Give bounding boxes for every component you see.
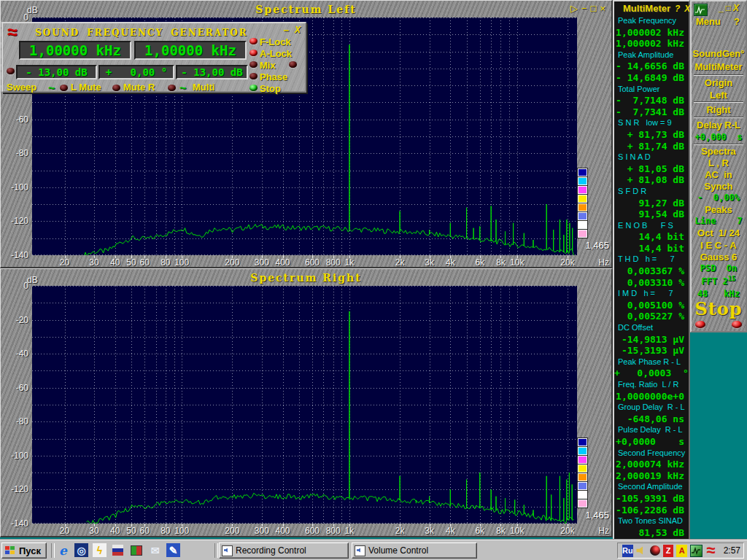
frequency-display-right[interactable]: 1,00000 kHz [134,41,247,60]
amplitude-led[interactable] [7,68,15,74]
close-icon[interactable]: X [733,3,741,13]
phase-led[interactable] [249,73,258,79]
minimize-icon[interactable]: − [581,3,587,14]
control-item-0-00[interactable]: - 0,00% [692,192,746,203]
tools-icon[interactable] [131,545,142,556]
help-icon[interactable]: ? [675,4,680,14]
control-item-l-r[interactable]: L , R [692,158,746,168]
amplitude-display-right[interactable]: - 13,00 dB [176,65,248,79]
stop-led[interactable] [249,85,258,91]
windows-logo-icon [5,546,16,556]
generator-tray-icon[interactable]: ≈ [705,545,716,557]
meter-value: +0,0000 s [614,436,689,448]
minimize-icon[interactable]: − [283,25,289,36]
window-title[interactable]: Spectrum Left [1,4,611,15]
palette-swatch[interactable] [578,491,587,499]
palette-swatch[interactable] [578,186,587,194]
control-item-ac-in[interactable]: AC in [692,169,746,180]
palette-swatch[interactable] [578,447,587,455]
palette-swatch[interactable] [578,438,587,446]
control-item-spectra[interactable]: Spectra [692,146,746,157]
control-item-i-e-c-a[interactable]: I E C - A [692,240,746,251]
control-item-right[interactable]: Right [692,104,746,115]
palette-swatch[interactable] [578,168,587,176]
task-button-volume-control[interactable]: Volume Control [352,542,477,559]
palette-swatch[interactable] [578,203,587,211]
taskbar-clock[interactable]: 2:57 [724,545,740,556]
control-item-left[interactable]: Left [692,90,746,101]
control-item-stop[interactable]: Stop [692,298,746,319]
flock-led[interactable] [249,38,258,44]
zonealarm-z-icon[interactable]: Z [663,545,674,557]
internet-explorer-icon[interactable]: e [56,543,70,557]
x-tick-mark [182,255,182,258]
multimeter-titlebar[interactable]: MultiMeter ? X [614,1,689,15]
phase-display[interactable]: + 0,00 ° [98,65,174,79]
menu-button[interactable]: Menu [696,16,721,27]
mute-led[interactable] [112,85,120,91]
control-item-multimeter[interactable]: MultiMeter [692,61,746,72]
palette-swatch[interactable] [578,464,587,472]
control-item-delay-r-l[interactable]: Delay R-L [692,120,746,131]
control-item-psd-on[interactable]: PSD On [692,263,746,273]
keyboard-layout-indicator[interactable]: Ru [622,545,633,557]
control-item-soundgen[interactable]: SoundGen° [692,48,746,59]
left-mute-led[interactable] [60,85,68,91]
help-icon[interactable]: ? [734,16,740,27]
palette-swatch[interactable] [578,212,587,220]
sine-wave-icon[interactable]: ~ [179,85,186,92]
close-icon[interactable]: X [295,25,301,35]
meter-value: + 81,73 dB [614,129,689,141]
palette-swatch[interactable] [578,195,587,203]
dialog-title[interactable]: SOUND FREQUENCY GENERATOR [32,28,251,38]
floppy-disk-icon[interactable] [112,545,123,556]
mix-led[interactable] [249,61,258,68]
start-button[interactable]: Пуск [1,542,47,559]
control-item-oct-1-24[interactable]: Oct 1/ 24 [692,228,746,238]
right-mute-led[interactable] [168,85,176,91]
task-button-recording-control[interactable]: Recording Control [219,542,349,559]
volume-speaker-icon[interactable] [636,545,647,557]
x-tick-label: 1k [333,526,365,536]
status-led-right[interactable] [732,321,742,328]
palette-swatch[interactable] [578,473,587,481]
amplitude-display-left[interactable]: - 13,00 dB [16,65,97,79]
palette-swatch[interactable] [578,221,587,229]
control-item-48-khz[interactable]: 48 kHz [692,289,746,299]
play-icon[interactable]: ▷ [570,3,578,14]
control-item-line-7[interactable]: Line 7 [692,216,746,226]
control-item-origin[interactable]: Origin [692,77,746,88]
magnifier-icon[interactable]: ◎ [74,543,88,557]
mix-right-led[interactable] [289,61,297,68]
alock-led[interactable] [249,50,258,56]
status-led-left[interactable] [695,321,705,328]
maximize-icon[interactable]: □ [591,3,597,14]
frequency-display-left[interactable]: 1,00000 kHz [19,41,131,60]
y-tick-label: -100 [1,182,28,192]
palette-swatch[interactable] [578,499,587,508]
maximize-icon[interactable]: □ [726,3,733,13]
window-title[interactable]: Spectrum Right [1,272,611,284]
minimize-icon[interactable]: _ [719,3,726,13]
sine-wave-icon[interactable]: ~ [48,85,55,92]
meter-value: - 7,7148 dB [614,95,689,106]
notes-icon[interactable]: ✎ [166,543,180,557]
lightning-icon[interactable]: ϟ [93,543,107,557]
mail-icon[interactable]: ✉ [148,543,162,557]
palette-swatch[interactable] [578,177,587,185]
control-item-gauss-6[interactable]: Gauss 6 [692,252,746,262]
close-icon[interactable]: × [600,3,605,14]
zonealarm-a-icon[interactable]: A [676,545,687,557]
palette-swatch[interactable] [578,230,587,238]
palette-swatch[interactable] [578,456,587,464]
control-item-fft-2[interactable]: FFT 215 [692,275,746,287]
antivirus-icon[interactable] [649,545,660,557]
analyzer-tray-icon[interactable] [690,545,703,557]
x-tick-label: 20 [49,257,81,268]
x-tick-mark [262,255,263,258]
control-item-synch[interactable]: Synch [692,181,746,192]
palette-swatch[interactable] [578,482,587,490]
spectrum-plot[interactable] [32,286,577,524]
control-item-0-000-s[interactable]: +0,000 s [692,132,746,142]
control-item-peaks[interactable]: Peaks [692,204,746,215]
